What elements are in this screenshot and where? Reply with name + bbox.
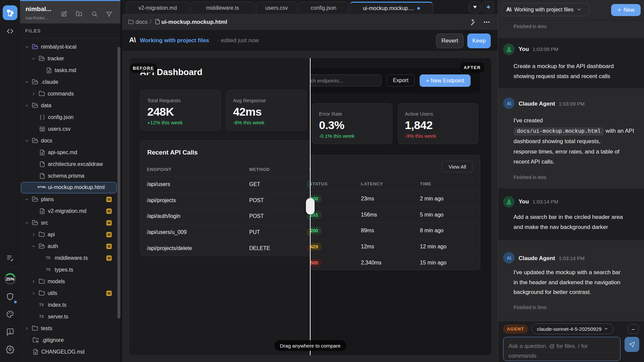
svg-text:25%: 25%: [6, 277, 14, 282]
